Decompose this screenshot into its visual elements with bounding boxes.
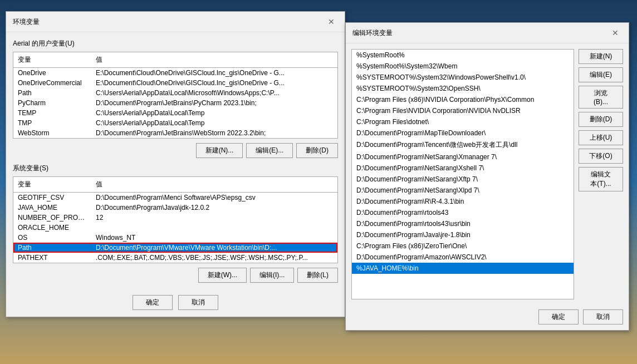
user-table-header: 变量 值 <box>13 52 337 68</box>
edit-delete-button[interactable]: 删除(D) <box>579 112 623 127</box>
edit-cancel-button[interactable]: 取消 <box>583 309 623 324</box>
path-entry-item[interactable]: D:\Document\Program\MapTileDownloader\ <box>352 127 574 139</box>
sys-row-var: OS <box>13 233 91 242</box>
path-entry-item[interactable]: C:\Program Files (x86)\NVIDIA Corporatio… <box>352 94 574 105</box>
sys-new-button[interactable]: 新建(W)... <box>198 268 247 283</box>
path-entry-item[interactable]: %SYSTEMROOT%\System32\OpenSSH\ <box>352 83 574 94</box>
user-new-button[interactable]: 新建(N)... <box>196 143 243 158</box>
path-entry-item[interactable]: D:\Document\Program\Amazon\AWSCLIV2\ <box>352 252 574 263</box>
sys-header-val: 值 <box>91 179 337 190</box>
env-dialog-close-button[interactable]: ✕ <box>325 16 338 27</box>
user-table-row[interactable]: OneDriveCommercial E:\Document\Cloud\One… <box>13 78 337 88</box>
sys-row-val <box>91 223 337 232</box>
user-table-body[interactable]: OneDrive E:\Document\Cloud\OneDrive\GISC… <box>13 68 337 138</box>
env-cancel-button[interactable]: 取消 <box>178 295 218 310</box>
user-table-row[interactable]: OneDrive E:\Document\Cloud\OneDrive\GISC… <box>13 68 337 78</box>
edit-dialog-titlebar: 编辑环境变量 ✕ <box>346 23 629 43</box>
sys-table-header: 变量 值 <box>13 177 337 193</box>
path-entry-item[interactable]: C:\Program Files\NVIDIA Corporation\NVID… <box>352 105 574 116</box>
sys-variables-table: 变量 值 GEOTIFF_CSV D:\Document\Program\Men… <box>13 176 338 263</box>
sys-row-var: NUMBER_OF_PROCESSORS <box>13 213 91 222</box>
edit-dialog-close-button[interactable]: ✕ <box>609 27 622 38</box>
env-dialog-titlebar: 环境变量 ✕ <box>6 12 345 32</box>
path-entry-item[interactable]: D:\Document\Program\rtools43 <box>352 207 574 218</box>
user-row-val: C:\Users\Aerial\AppData\Local\Microsoft\… <box>91 88 337 97</box>
sys-row-var: Path <box>13 243 91 252</box>
sys-table-body[interactable]: GEOTIFF_CSV D:\Document\Program\Menci So… <box>13 193 337 263</box>
sys-table-row[interactable]: NUMBER_OF_PROCESSORS 12 <box>13 213 337 223</box>
path-entry-item[interactable]: C:\Program Files (x86)\ZeroTier\One\ <box>352 240 574 252</box>
user-row-var: WebStorm <box>13 129 91 137</box>
user-header-var: 变量 <box>13 54 91 66</box>
user-buttons-row: 新建(N)... 编辑(E)... 删除(D) <box>13 143 338 158</box>
sys-row-var: ORACLE_HOME <box>13 223 91 232</box>
user-row-var: Path <box>13 88 91 97</box>
sys-table-row[interactable]: JAVA_HOME D:\Document\Program\Java\jdk-1… <box>13 203 337 213</box>
path-entry-item[interactable]: D:\Document\Program\Java\jre-1.8\bin <box>352 229 574 240</box>
path-entry-item[interactable]: D:\Document\Program\NetSarang\Xmanager 7… <box>352 151 574 163</box>
path-entry-item[interactable]: D:\Document\Program\NetSarang\Xftp 7\ <box>352 174 574 185</box>
sys-row-val: D:\Document\Program\Menci Software\APS\e… <box>91 193 337 202</box>
user-row-val: E:\Document\Cloud\OneDrive\GISCloud.Inc_… <box>91 68 337 77</box>
edit-dialog-title: 编辑环境变量 <box>352 28 393 38</box>
sys-table-row[interactable]: ORACLE_HOME <box>13 223 337 233</box>
sys-table-row[interactable]: GEOTIFF_CSV D:\Document\Program\Menci So… <box>13 193 337 203</box>
sys-row-var: GEOTIFF_CSV <box>13 193 91 202</box>
sys-row-var: PATHEXT <box>13 253 91 262</box>
edit-new-button[interactable]: 新建(N) <box>579 49 623 64</box>
path-entry-item[interactable]: %SystemRoot%\System32\Wbem <box>352 61 574 72</box>
sys-header-var: 变量 <box>13 179 91 190</box>
sys-row-val: Windows_NT <box>91 233 337 242</box>
user-variables-table: 变量 值 OneDrive E:\Document\Cloud\OneDrive… <box>13 52 338 139</box>
sys-delete-button[interactable]: 删除(L) <box>297 268 338 283</box>
edit-up-button[interactable]: 上移(U) <box>579 130 623 145</box>
path-entry-item[interactable]: %JAVA_HOME%\bin <box>352 263 574 274</box>
user-row-var: PyCharm <box>13 99 91 107</box>
dialog-edit-env-var: 编辑环境变量 ✕ %SystemRoot%%SystemRoot%\System… <box>345 22 629 331</box>
user-table-row[interactable]: Path C:\Users\Aerial\AppData\Local\Micro… <box>13 88 337 98</box>
edit-dialog-bottom-buttons: 确定 取消 <box>346 305 629 330</box>
user-row-val: E:\Document\Cloud\OneDrive\GISCloud.Inc_… <box>91 78 337 87</box>
path-entry-item[interactable]: %SYSTEMROOT%\System32\WindowsPowerShell\… <box>352 72 574 83</box>
user-table-row[interactable]: PyCharm D:\Document\Program\JetBrains\Py… <box>13 98 337 108</box>
user-header-val: 值 <box>91 54 337 66</box>
user-row-val: C:\Users\Aerial\AppData\Local\Temp <box>91 119 337 127</box>
sys-row-val: D:\Document\Program\VMware\VMware Workst… <box>91 243 337 252</box>
sys-table-row[interactable]: OS Windows_NT <box>13 233 337 243</box>
user-table-row[interactable]: WebStorm D:\Document\Program\JetBrains\W… <box>13 128 337 138</box>
env-ok-button[interactable]: 确定 <box>133 295 173 310</box>
path-entry-item[interactable]: D:\Document\Program\NetSarang\Xlpd 7\ <box>352 185 574 196</box>
env-dialog-content: Aerial 的用户变量(U) 变量 值 OneDrive E:\Documen… <box>6 32 345 289</box>
edit-browse-button[interactable]: 浏览(B)... <box>579 86 623 109</box>
user-edit-button[interactable]: 编辑(E)... <box>246 143 293 158</box>
user-table-row[interactable]: TEMP C:\Users\Aerial\AppData\Local\Temp <box>13 108 337 118</box>
edit-edit-button[interactable]: 编辑(E) <box>579 67 623 82</box>
user-delete-button[interactable]: 删除(D) <box>296 143 338 158</box>
user-row-var: OneDriveCommercial <box>13 78 91 87</box>
user-section-label: Aerial 的用户变量(U) <box>13 39 338 48</box>
edit-dialog-content: %SystemRoot%%SystemRoot%\System32\Wbem%S… <box>346 43 629 305</box>
edit-right-buttons: 新建(N) 编辑(E) 浏览(B)... 删除(D) 上移(U) 下移(O) 编… <box>579 49 623 299</box>
sys-buttons-row: 新建(W)... 编辑(I)... 删除(L) <box>13 268 338 283</box>
env-dialog-title: 环境变量 <box>13 17 40 27</box>
user-row-val: C:\Users\Aerial\AppData\Local\Temp <box>91 109 337 117</box>
sys-row-val: .COM;.EXE;.BAT;.CMD;.VBS;.VBE;.JS;.JSE;.… <box>91 253 337 262</box>
sys-table-row[interactable]: Path D:\Document\Program\VMware\VMware W… <box>13 243 337 253</box>
user-row-var: OneDrive <box>13 68 91 77</box>
sys-table-row[interactable]: PATHEXT .COM;.EXE;.BAT;.CMD;.VBS;.VBE;.J… <box>13 253 337 263</box>
path-entry-item[interactable]: D:\Document\Program\Tencent\微信web开发者工具\d… <box>352 139 574 151</box>
edit-down-button[interactable]: 下移(O) <box>579 149 623 164</box>
path-entry-item[interactable]: D:\Document\Program\rtools43\usr\bin <box>352 218 574 229</box>
sys-row-val: 12 <box>91 213 337 222</box>
edit-ok-button[interactable]: 确定 <box>538 309 579 324</box>
edit-text-button[interactable]: 编辑文本(T)... <box>579 167 623 191</box>
path-entries-list[interactable]: %SystemRoot%%SystemRoot%\System32\Wbem%S… <box>351 49 574 299</box>
user-row-val: D:\Document\Program\JetBrains\WebStorm 2… <box>91 129 337 137</box>
path-entry-item[interactable]: %SystemRoot% <box>352 50 574 61</box>
dialog-environment-variables: 环境变量 ✕ Aerial 的用户变量(U) 变量 值 OneDrive E:\… <box>6 11 345 317</box>
path-entry-item[interactable]: C:\Program Files\dotnet\ <box>352 116 574 127</box>
path-entry-item[interactable]: D:\Document\Program\R\R-4.3.1\bin <box>352 196 574 207</box>
user-table-row[interactable]: TMP C:\Users\Aerial\AppData\Local\Temp <box>13 118 337 128</box>
path-entry-item[interactable]: D:\Document\Program\NetSarang\Xshell 7\ <box>352 163 574 174</box>
sys-edit-button[interactable]: 编辑(I)... <box>250 268 294 283</box>
